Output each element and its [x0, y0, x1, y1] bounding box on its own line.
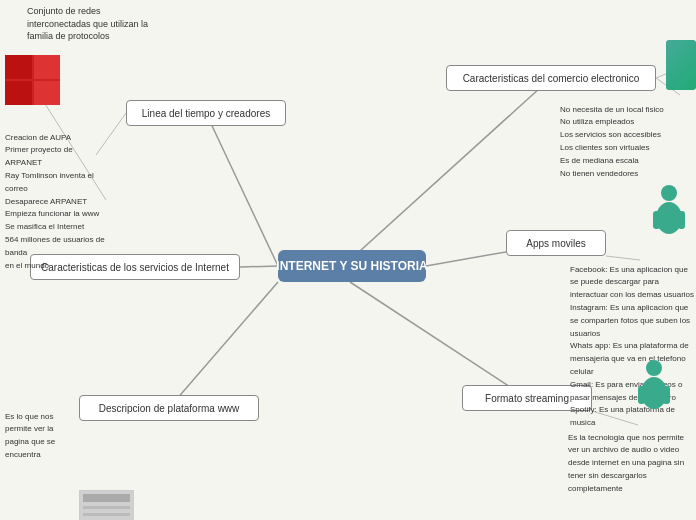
info-linea: Creacion de AUPA Primer proyecto de ARPA…: [5, 118, 105, 271]
info-linea-text: Creacion de AUPA Primer proyecto de ARPA…: [5, 133, 105, 270]
svg-rect-22: [83, 506, 130, 509]
person-icon-1: [648, 183, 690, 245]
central-node: INTERNET Y SU HISTORIA: [278, 250, 426, 282]
info-www: Es lo que nos permite ver la pagina que …: [5, 397, 75, 461]
svg-rect-19: [663, 386, 670, 404]
svg-rect-23: [83, 513, 130, 516]
info-comercio: No necesita de un local fisico No utiliz…: [560, 90, 664, 179]
svg-rect-15: [678, 211, 685, 229]
svg-line-0: [206, 113, 278, 266]
info-streaming: Es la tecnologia que nos permite ver un …: [568, 418, 696, 495]
svg-line-3: [240, 266, 278, 267]
person-icon-2: [633, 358, 675, 420]
svg-point-16: [646, 360, 662, 376]
image-bottom: [79, 490, 134, 520]
info-www-text: Es lo que nos permite ver la pagina que …: [5, 412, 55, 459]
branch-linea[interactable]: Linea del tiempo y creadores: [126, 100, 286, 126]
info-internet-def: Conjunto de redes interconectadas que ut…: [27, 5, 157, 43]
svg-rect-18: [638, 386, 645, 404]
branch-www[interactable]: Descripcion de plataforma www: [79, 395, 259, 421]
svg-line-4: [350, 282, 527, 398]
info-streaming-text: Es la tecnologia que nos permite ver un …: [568, 433, 684, 493]
image-corner-top-right: [666, 40, 696, 90]
image-red-grid: [5, 55, 60, 105]
svg-point-12: [661, 185, 677, 201]
svg-line-5: [169, 282, 278, 408]
info-comercio-text: No necesita de un local fisico No utiliz…: [560, 105, 664, 178]
svg-rect-14: [653, 211, 660, 229]
branch-comercio[interactable]: Caracteristicas del comercio electronico: [446, 65, 656, 91]
svg-rect-21: [83, 494, 130, 502]
